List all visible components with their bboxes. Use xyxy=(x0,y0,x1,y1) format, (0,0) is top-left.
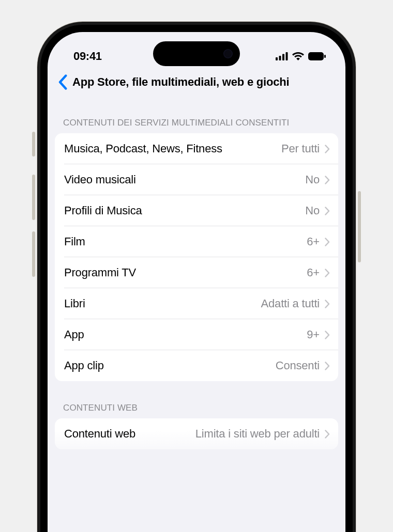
row-value: Adatti a tutti xyxy=(261,297,320,310)
back-button[interactable] xyxy=(56,74,69,90)
status-indicators xyxy=(276,52,326,60)
image-frame: 09:41 xyxy=(0,0,393,532)
svg-rect-5 xyxy=(324,55,326,58)
phone-power-button xyxy=(358,191,361,262)
row-value: Consenti xyxy=(276,359,320,372)
phone-bezel: 09:41 xyxy=(40,25,353,532)
row-value: No xyxy=(305,173,320,186)
row-music-profiles[interactable]: Profili di Musica No xyxy=(55,195,338,226)
chevron-right-icon xyxy=(325,207,330,215)
chevron-right-icon xyxy=(325,145,330,153)
phone-body: 09:41 xyxy=(37,22,356,532)
row-label: App xyxy=(64,328,307,341)
svg-rect-2 xyxy=(282,54,284,61)
row-books[interactable]: Libri Adatti a tutti xyxy=(55,288,338,319)
row-value: Per tutti xyxy=(281,142,320,155)
wifi-icon xyxy=(292,52,304,60)
row-music-podcast-news-fitness[interactable]: Musica, Podcast, News, Fitness Per tutti xyxy=(55,133,338,164)
phone-volume-up xyxy=(32,175,35,220)
phone-silence-switch xyxy=(32,132,35,157)
row-films[interactable]: Film 6+ xyxy=(55,226,338,257)
row-label: Contenuti web xyxy=(64,427,195,441)
front-camera xyxy=(223,49,233,58)
row-app-clips[interactable]: App clip Consenti xyxy=(55,350,338,381)
row-tv-shows[interactable]: Programmi TV 6+ xyxy=(55,257,338,288)
chevron-right-icon xyxy=(325,300,330,308)
row-value: 6+ xyxy=(307,266,320,279)
phone-volume-down xyxy=(32,231,35,277)
list-group-web: Contenuti web Limita i siti web per adul… xyxy=(55,418,338,449)
list-group-media: Musica, Podcast, News, Fitness Per tutti… xyxy=(55,133,338,381)
row-label: Libri xyxy=(64,297,261,310)
battery-icon xyxy=(308,52,326,60)
chevron-right-icon xyxy=(325,331,330,339)
row-value: No xyxy=(305,204,320,217)
row-label: Musica, Podcast, News, Fitness xyxy=(64,142,281,155)
svg-rect-3 xyxy=(286,52,288,60)
page-title: App Store, file multimediali, web e gioc… xyxy=(72,75,289,89)
row-label: App clip xyxy=(64,359,276,372)
phone-screen: 09:41 xyxy=(48,32,345,532)
row-label: Programmi TV xyxy=(64,266,307,279)
row-value: Limita i siti web per adulti xyxy=(195,427,320,441)
row-value: 9+ xyxy=(307,328,320,341)
chevron-right-icon xyxy=(325,362,330,370)
cellular-icon xyxy=(276,52,288,60)
chevron-right-icon xyxy=(325,269,330,277)
svg-rect-1 xyxy=(279,56,281,60)
svg-rect-4 xyxy=(308,52,324,60)
dynamic-island xyxy=(153,41,240,66)
row-label: Video musicali xyxy=(64,173,305,186)
row-label: Profili di Musica xyxy=(64,204,305,217)
status-time: 09:41 xyxy=(73,50,102,63)
chevron-right-icon xyxy=(325,238,330,246)
section-header-media: CONTENUTI DEI SERVIZI MULTIMEDIALI CONSE… xyxy=(48,98,345,133)
row-label: Film xyxy=(64,235,307,248)
row-apps[interactable]: App 9+ xyxy=(55,319,338,350)
row-music-videos[interactable]: Video musicali No xyxy=(55,164,338,195)
chevron-right-icon xyxy=(325,176,330,184)
section-header-web: CONTENUTI WEB xyxy=(48,381,345,418)
chevron-right-icon xyxy=(325,430,330,439)
svg-rect-0 xyxy=(276,57,278,60)
nav-header: App Store, file multimediali, web e gioc… xyxy=(48,68,345,98)
row-value: 6+ xyxy=(307,235,320,248)
row-web-content[interactable]: Contenuti web Limita i siti web per adul… xyxy=(55,418,338,449)
